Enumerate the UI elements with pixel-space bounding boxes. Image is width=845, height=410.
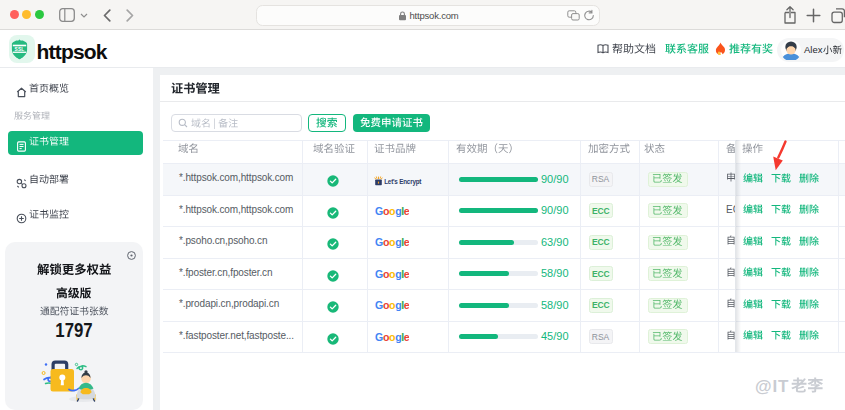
svg-text:Google: Google (375, 299, 409, 311)
svg-text:Let's Encrypt: Let's Encrypt (384, 178, 422, 186)
svg-text:Google: Google (375, 268, 409, 280)
svg-text:Google: Google (375, 205, 409, 217)
svg-text:SSL: SSL (14, 46, 24, 51)
svg-text:Google: Google (375, 236, 409, 248)
svg-text:Google: Google (375, 331, 409, 343)
